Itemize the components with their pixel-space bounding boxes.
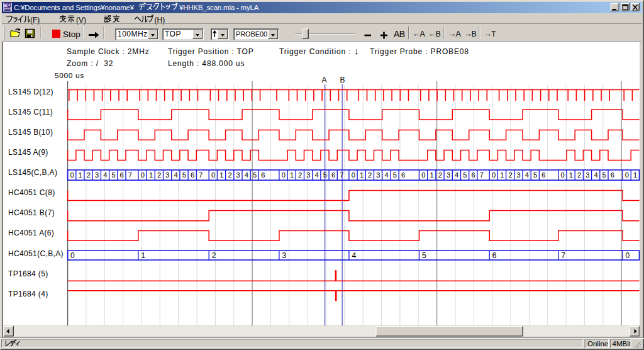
svg-text:5: 5 [323, 171, 327, 179]
svg-text:3: 3 [586, 171, 589, 179]
svg-text:6: 6 [120, 171, 124, 179]
svg-text:4: 4 [245, 171, 248, 179]
svg-text:2: 2 [87, 171, 91, 179]
svg-text:6: 6 [541, 171, 545, 179]
svg-text:4: 4 [455, 171, 458, 179]
svg-text:5: 5 [602, 171, 606, 179]
svg-text:5: 5 [463, 171, 467, 179]
svg-text:2: 2 [157, 171, 161, 179]
svg-text:7: 7 [561, 251, 565, 260]
svg-text:0: 0 [70, 171, 74, 179]
svg-text:1: 1 [360, 171, 364, 179]
svg-text:6: 6 [331, 171, 335, 179]
svg-text:1: 1 [290, 171, 294, 179]
svg-text:5: 5 [393, 171, 397, 179]
svg-text:6: 6 [611, 171, 614, 179]
svg-text:4: 4 [594, 171, 597, 179]
svg-text:2: 2 [368, 171, 372, 179]
svg-text:3: 3 [376, 171, 380, 179]
svg-text:4: 4 [352, 251, 356, 260]
svg-text:0: 0 [352, 171, 355, 179]
svg-text:1: 1 [569, 171, 573, 179]
svg-text:0: 0 [70, 251, 75, 260]
svg-text:4: 4 [174, 171, 177, 179]
svg-text:0: 0 [492, 171, 496, 179]
svg-text:7: 7 [480, 171, 484, 179]
svg-text:3: 3 [306, 171, 310, 179]
svg-text:3: 3 [95, 171, 99, 179]
svg-text:0: 0 [625, 171, 629, 179]
svg-text:5: 5 [111, 171, 115, 179]
svg-text:0: 0 [211, 171, 215, 179]
svg-text:2: 2 [577, 171, 581, 179]
svg-text:2: 2 [508, 171, 512, 179]
svg-text:2: 2 [298, 171, 302, 179]
svg-text:0: 0 [421, 171, 425, 179]
svg-text:2: 2 [212, 251, 216, 260]
svg-text:4: 4 [103, 171, 107, 179]
svg-text:5: 5 [533, 171, 537, 179]
svg-text:6: 6 [261, 171, 265, 179]
svg-text:4: 4 [525, 171, 529, 179]
svg-text:5: 5 [253, 171, 257, 179]
svg-text:0: 0 [141, 171, 145, 179]
svg-text:3: 3 [447, 171, 450, 179]
svg-text:1: 1 [141, 251, 145, 260]
svg-text:7: 7 [128, 171, 132, 179]
svg-text:6: 6 [401, 171, 405, 179]
svg-text:7: 7 [199, 171, 203, 179]
svg-text:4: 4 [384, 171, 388, 179]
svg-text:1: 1 [149, 171, 153, 179]
svg-text:1: 1 [79, 171, 82, 179]
svg-text:3: 3 [165, 171, 169, 179]
svg-text:6: 6 [471, 171, 475, 179]
svg-text:7: 7 [340, 171, 343, 179]
svg-text:6: 6 [492, 251, 497, 260]
svg-text:2: 2 [438, 171, 442, 179]
svg-text:3: 3 [236, 171, 240, 179]
svg-text:0: 0 [626, 251, 630, 260]
svg-text:3: 3 [282, 251, 286, 260]
svg-text:1: 1 [500, 171, 504, 179]
svg-text:4: 4 [314, 171, 318, 179]
svg-text:1: 1 [633, 171, 637, 179]
svg-text:1: 1 [430, 171, 433, 179]
svg-text:5: 5 [422, 251, 426, 260]
svg-text:1: 1 [219, 171, 223, 179]
svg-text:6: 6 [191, 171, 194, 179]
svg-text:0: 0 [282, 171, 286, 179]
svg-text:2: 2 [228, 171, 231, 179]
svg-text:3: 3 [517, 171, 521, 179]
svg-text:5: 5 [182, 171, 186, 179]
svg-text:0: 0 [561, 171, 565, 179]
